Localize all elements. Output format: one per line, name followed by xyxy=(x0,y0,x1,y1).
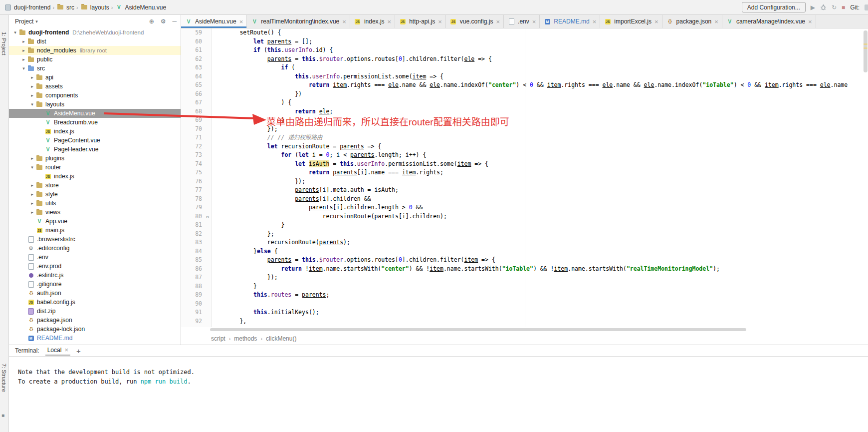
line-number[interactable]: 63 xyxy=(181,63,203,72)
line-number[interactable]: 82 xyxy=(181,230,203,239)
run-icon[interactable]: ▶ xyxy=(811,4,815,10)
tree-item-.eslintrc.js[interactable]: .eslintrc.js xyxy=(9,271,181,280)
vcs-icon[interactable] xyxy=(865,4,868,10)
line-number[interactable]: 67 xyxy=(181,98,203,107)
line-number[interactable]: 81 xyxy=(181,221,203,230)
breadcrumb-item-AsideMenu.vue[interactable]: AsideMenu.vue xyxy=(115,3,166,11)
chevron-expanded-icon[interactable]: ▾ xyxy=(29,165,35,170)
toolwindow-button-project[interactable]: 1: Project xyxy=(1,32,7,55)
line-number[interactable]: 87 xyxy=(181,273,203,282)
breadcrumb-item-duoji-frontend[interactable]: duoji-frontend xyxy=(4,3,50,11)
close-tab-icon[interactable]: × xyxy=(342,18,346,25)
settings-icon[interactable]: ⚙ xyxy=(161,18,166,24)
line-number[interactable]: 84 xyxy=(181,247,203,256)
line-number[interactable]: 69 xyxy=(181,116,203,125)
line-number[interactable]: 71 xyxy=(181,133,203,142)
code-editor[interactable]: 59 setRoute() {60 let parents = [];61 if… xyxy=(181,28,868,327)
chevron-expanded-icon[interactable]: ▾ xyxy=(12,30,18,35)
breadcrumb-item-layouts[interactable]: layouts xyxy=(80,3,109,11)
line-number[interactable]: 78 xyxy=(181,195,203,204)
tree-item-public[interactable]: ▸public xyxy=(9,55,181,64)
tree-item-babel.config.js[interactable]: babel.config.js xyxy=(9,298,181,307)
chevron-collapsed-icon[interactable]: ▸ xyxy=(20,39,27,44)
chevron-collapsed-icon[interactable]: ▸ xyxy=(29,84,35,89)
breadcrumb-item-script[interactable]: script xyxy=(211,335,225,342)
project-view-selector[interactable]: Project xyxy=(15,18,33,25)
tree-item-.gitignore[interactable]: .gitignore xyxy=(9,280,181,289)
tree-item-node_modules[interactable]: ▸node_moduleslibrary root xyxy=(9,46,181,55)
line-number[interactable]: 73 xyxy=(181,151,203,160)
add-configuration-button[interactable]: Add Configuration... xyxy=(742,2,806,12)
tree-item-src[interactable]: ▾src xyxy=(9,64,181,73)
tree-item-AsideMenu.vue[interactable]: AsideMenu.vue xyxy=(9,109,181,118)
tree-item-index.js[interactable]: index.js xyxy=(9,127,181,136)
line-number[interactable]: 76 xyxy=(181,177,203,186)
terminal-tab-local[interactable]: Local × xyxy=(45,346,70,356)
line-number[interactable]: 66 xyxy=(181,90,203,99)
debug-icon[interactable] xyxy=(820,4,827,10)
new-terminal-session-icon[interactable]: + xyxy=(76,347,81,355)
tree-item-style[interactable]: ▸style xyxy=(9,190,181,199)
line-number[interactable]: 59 xyxy=(181,28,203,37)
tree-item-package.json[interactable]: package.json xyxy=(9,316,181,325)
update-project-icon[interactable]: ↻ xyxy=(832,4,837,10)
line-number[interactable]: 77 xyxy=(181,186,203,195)
close-tab-icon[interactable]: × xyxy=(64,347,68,353)
tree-item-PageContent.vue[interactable]: PageContent.vue xyxy=(9,136,181,145)
editor-tab-.env[interactable]: .env× xyxy=(504,15,540,28)
tree-item-.env[interactable]: .env xyxy=(9,253,181,262)
close-tab-icon[interactable]: × xyxy=(239,18,243,25)
tree-item-.browserslistrc[interactable]: .browserslistrc xyxy=(9,235,181,244)
line-number[interactable]: 88 xyxy=(181,282,203,291)
close-tab-icon[interactable]: × xyxy=(388,18,392,25)
scrollbar-thumb[interactable] xyxy=(210,328,746,331)
chevron-collapsed-icon[interactable]: ▸ xyxy=(29,201,35,206)
breadcrumb-item-src[interactable]: src xyxy=(56,3,74,11)
tree-item-router[interactable]: ▾router xyxy=(9,163,181,172)
close-tab-icon[interactable]: × xyxy=(654,18,658,25)
line-number[interactable]: 91 xyxy=(181,308,203,317)
tree-item-index.js[interactable]: index.js xyxy=(9,172,181,181)
scrollbar-thumb[interactable] xyxy=(864,30,868,72)
chevron-collapsed-icon[interactable]: ▸ xyxy=(29,156,35,161)
line-number[interactable]: 75 xyxy=(181,168,203,177)
line-number[interactable]: 64 xyxy=(181,72,203,81)
chevron-collapsed-icon[interactable]: ▸ xyxy=(29,183,35,188)
chevron-collapsed-icon[interactable]: ▸ xyxy=(29,192,35,197)
tree-item-dist[interactable]: ▸dist xyxy=(9,37,181,46)
tree-item-duoji-frontend[interactable]: ▾duoji-frontendD:\zheheWeb\duoji-fronten… xyxy=(9,28,181,37)
terminal-output[interactable]: Note that the development build is not o… xyxy=(9,357,868,432)
editor-tab-README.md[interactable]: README.md× xyxy=(540,15,600,28)
line-number[interactable]: 74 xyxy=(181,160,203,169)
line-number[interactable]: 72 xyxy=(181,142,203,151)
line-number[interactable]: 90 xyxy=(181,300,203,309)
tree-item-api[interactable]: ▸api xyxy=(9,73,181,82)
tree-item-views[interactable]: ▸views xyxy=(9,208,181,217)
tree-item-.editorconfig[interactable]: .editorconfig xyxy=(9,244,181,253)
close-tab-icon[interactable]: × xyxy=(438,18,442,25)
editor-tab-http-api.js[interactable]: http-api.js× xyxy=(395,15,446,28)
editor-tab-index.js[interactable]: index.js× xyxy=(350,15,395,28)
vertical-scrollbar[interactable] xyxy=(863,28,868,327)
tree-item-plugins[interactable]: ▸plugins xyxy=(9,154,181,163)
editor-tab-package.json[interactable]: package.json× xyxy=(662,15,722,28)
close-tab-icon[interactable]: × xyxy=(593,18,597,25)
chevron-expanded-icon[interactable]: ▾ xyxy=(29,102,35,107)
line-number[interactable]: 61 xyxy=(181,46,203,55)
line-number[interactable]: 85 xyxy=(181,256,203,265)
close-tab-icon[interactable]: × xyxy=(496,18,500,25)
editor-tab-cameraManage-index.vue[interactable]: cameraManage\index.vue× xyxy=(722,15,816,28)
tree-item-dist.zip[interactable]: dist.zip xyxy=(9,307,181,316)
editor-tab-realTimeMonitoring-index.vue[interactable]: realTimeMonitoring\index.vue× xyxy=(247,15,350,28)
chevron-collapsed-icon[interactable]: ▸ xyxy=(29,75,35,80)
tree-item-auth.json[interactable]: auth.json xyxy=(9,289,181,298)
chevron-collapsed-icon[interactable]: ▸ xyxy=(29,93,35,98)
tree-item-App.vue[interactable]: App.vue xyxy=(9,217,181,226)
tree-item-PageHeader.vue[interactable]: PageHeader.vue xyxy=(9,145,181,154)
close-tab-icon[interactable]: × xyxy=(714,18,718,25)
editor-tab-vue.config.js[interactable]: vue.config.js× xyxy=(446,15,504,28)
chevron-collapsed-icon[interactable]: ▸ xyxy=(29,210,35,215)
line-number[interactable]: 89 xyxy=(181,291,203,300)
stop-icon[interactable]: ■ xyxy=(842,4,845,10)
line-number[interactable]: 92 xyxy=(181,317,203,326)
